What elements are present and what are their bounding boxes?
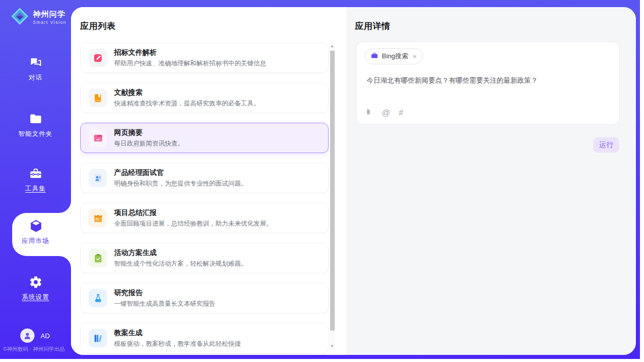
interviewer-icon <box>89 169 107 187</box>
sidebar-footer: ©神州数码 · 神州问学出品 <box>3 346 65 353</box>
sidebar-item-chat[interactable]: 对话 <box>0 56 71 82</box>
sidebar-item-toolset[interactable]: 工具集 <box>0 167 71 193</box>
at-sign-icon[interactable]: @ <box>382 109 390 117</box>
app-card[interactable]: 招标文件解析帮助用户快速、准确地理解和解析招标书中的关键信息 <box>80 43 329 73</box>
sidebar-item-label: 应用市场 <box>22 237 49 244</box>
app-desc: 明确身份和职责，为您提供专业性的面试问题。 <box>114 179 247 188</box>
scroll-down-icon[interactable]: ▼ <box>330 343 335 350</box>
app-name: 项目总结汇报 <box>114 208 273 218</box>
app-name: 产品经理面试官 <box>114 168 247 177</box>
folder-icon <box>29 112 43 126</box>
app-name: 网页摘要 <box>114 128 184 137</box>
app-desc: 快速精准查找学术资源，提高研究效率的必备工具。 <box>114 99 260 108</box>
gear-icon <box>29 275 43 289</box>
sidebar-item-label: 对话 <box>29 74 43 81</box>
app-desc: 模板驱动，教案秒成，教学准备从此轻松快捷 <box>114 340 241 348</box>
app-name: 研究报告 <box>114 288 216 298</box>
app-name: 招标文件解析 <box>114 48 266 57</box>
cube-icon <box>29 219 43 233</box>
main-content: 应用列表 招标文件解析帮助用户快速、准确地理解和解析招标书中的关键信息文献搜索快… <box>71 7 636 355</box>
brand-diamond-icon <box>10 7 29 28</box>
flask-icon <box>89 289 107 307</box>
app-desc: 智能生成个性化活动方案，轻松解决规划难题。 <box>114 260 247 268</box>
hash-icon[interactable]: # <box>399 109 403 117</box>
scrollbar-thumb[interactable] <box>330 51 335 331</box>
app-card[interactable]: 项目总结汇报全面回顾项目进展，总结经验教训，助力未来优化发展。 <box>80 203 329 233</box>
brand-logo: 神州问学 Smart Vision <box>10 7 66 28</box>
toolbox-icon <box>29 167 43 180</box>
scroll-up-icon[interactable]: ▲ <box>330 43 335 50</box>
app-card[interactable]: 活动方案生成智能生成个性化活动方案，轻松解决规划难题。 <box>80 243 329 273</box>
books-icon <box>89 329 107 347</box>
app-name: 教案生成 <box>114 329 241 338</box>
app-desc: 每日政府新闻资讯快查。 <box>114 139 184 148</box>
tool-tag-bing-search[interactable]: Bing搜索 × <box>365 48 423 64</box>
app-card[interactable]: 教案生成模板驱动，教案秒成，教学准备从此轻松快捷 <box>80 323 329 353</box>
app-card[interactable]: 文献搜索快速精准查找学术资源，提高研究效率的必备工具。 <box>80 83 329 113</box>
browser-code-icon: </> <box>89 129 107 147</box>
query-card: Bing搜索 × 今日湖北有哪些新闻要点？有哪些需要关注的最新政策？ @ # <box>356 42 620 125</box>
app-desc: 一键智能生成高质量长文本研究报告 <box>114 300 216 308</box>
sidebar-item-settings[interactable]: 系统设置 <box>0 275 71 302</box>
app-desc: 帮助用户快速、准确地理解和解析招标书中的关键信息 <box>114 59 266 68</box>
sidebar-item-smart-folders[interactable]: 智能文件夹 <box>0 112 71 138</box>
app-name: 活动方案生成 <box>114 248 247 258</box>
briefcase-icon <box>371 52 378 61</box>
calendar-icon <box>89 209 107 227</box>
brand-tagline: Smart Vision <box>33 20 66 25</box>
app-card[interactable]: </>网页摘要每日政府新闻资讯快查。 <box>80 123 329 153</box>
edit-square-icon <box>89 49 107 67</box>
tag-close-icon[interactable]: × <box>413 53 417 60</box>
user-label: AD <box>41 332 50 340</box>
user-avatar-icon <box>20 329 34 343</box>
sidebar: 神州问学 Smart Vision 对话 智能文件夹 <box>0 0 71 359</box>
book-icon <box>89 89 107 107</box>
run-button[interactable]: 运行 <box>593 137 619 153</box>
sidebar-item-label: 智能文件夹 <box>18 130 53 137</box>
svg-text:</>: </> <box>96 137 100 140</box>
input-toolbar: @ # <box>366 108 403 118</box>
sidebar-item-label: 系统设置 <box>22 294 49 301</box>
bubble-fillet-top <box>59 201 71 213</box>
app-detail-panel: 应用详情 Bing搜索 × 今日湖北有哪些新闻要点？有哪些需要关注的最新政策？ <box>346 7 636 355</box>
clipboard-check-icon <box>89 249 107 267</box>
chat-icon <box>29 56 43 69</box>
query-input[interactable]: 今日湖北有哪些新闻要点？有哪些需要关注的最新政策？ <box>367 76 609 86</box>
app-list-scrollbar[interactable]: ▲ ▼ <box>330 43 335 350</box>
app-detail-title: 应用详情 <box>355 20 390 32</box>
app-name: 文献搜索 <box>114 88 260 97</box>
app-list: 招标文件解析帮助用户快速、准确地理解和解析招标书中的关键信息文献搜索快速精准查找… <box>80 43 329 355</box>
tool-tag-label: Bing搜索 <box>382 52 408 61</box>
paperclip-icon[interactable] <box>366 108 373 118</box>
app-root: 神州问学 Smart Vision 对话 智能文件夹 <box>0 0 640 359</box>
app-list-title: 应用列表 <box>80 20 116 32</box>
sidebar-item-label: 工具集 <box>25 185 46 192</box>
brand-name: 神州问学 <box>33 10 66 19</box>
user-account[interactable]: AD <box>20 329 50 343</box>
app-list-panel: 应用列表 招标文件解析帮助用户快速、准确地理解和解析招标书中的关键信息文献搜索快… <box>71 7 346 355</box>
app-card[interactable]: 产品经理面试官明确身份和职责，为您提供专业性的面试问题。 <box>80 163 329 193</box>
app-card[interactable]: 研究报告一键智能生成高质量长文本研究报告 <box>80 283 329 313</box>
sidebar-item-app-market[interactable]: 应用市场 <box>0 219 71 245</box>
bubble-fillet-bottom <box>59 256 71 268</box>
app-desc: 全面回顾项目进展，总结经验教训，助力未来优化发展。 <box>114 220 273 228</box>
